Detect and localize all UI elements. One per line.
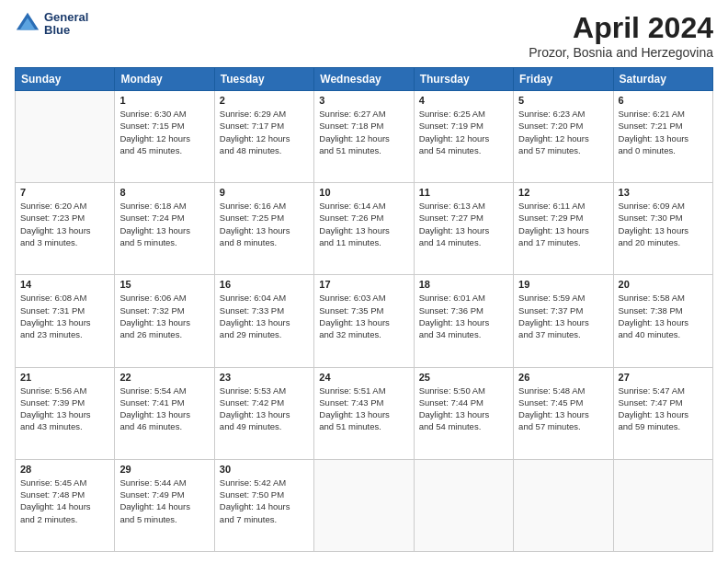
subtitle: Prozor, Bosnia and Herzegovina: [529, 45, 713, 60]
table-row: [514, 459, 613, 551]
day-number: 7: [20, 187, 109, 198]
table-row: 7Sunrise: 6:20 AM Sunset: 7:23 PM Daylig…: [16, 183, 115, 275]
table-row: 9Sunrise: 6:16 AM Sunset: 7:25 PM Daylig…: [214, 183, 313, 275]
day-info: Sunrise: 6:13 AM Sunset: 7:27 PM Dayligh…: [419, 200, 508, 248]
day-info: Sunrise: 6:11 AM Sunset: 7:29 PM Dayligh…: [518, 200, 608, 248]
logo-icon: [15, 11, 40, 37]
col-friday: Friday: [514, 68, 613, 91]
calendar-week-row: 28Sunrise: 5:45 AM Sunset: 7:48 PM Dayli…: [16, 459, 713, 551]
day-info: Sunrise: 5:47 AM Sunset: 7:47 PM Dayligh…: [619, 385, 708, 433]
table-row: 28Sunrise: 5:45 AM Sunset: 7:48 PM Dayli…: [16, 459, 115, 551]
table-row: 10Sunrise: 6:14 AM Sunset: 7:26 PM Dayli…: [314, 183, 414, 275]
day-number: 9: [220, 187, 309, 198]
day-info: Sunrise: 5:51 AM Sunset: 7:43 PM Dayligh…: [319, 385, 408, 433]
table-row: 3Sunrise: 6:27 AM Sunset: 7:18 PM Daylig…: [314, 91, 414, 183]
table-row: 23Sunrise: 5:53 AM Sunset: 7:42 PM Dayli…: [214, 367, 313, 459]
day-info: Sunrise: 6:23 AM Sunset: 7:20 PM Dayligh…: [518, 108, 608, 156]
table-row: 12Sunrise: 6:11 AM Sunset: 7:29 PM Dayli…: [514, 183, 613, 275]
day-number: 26: [518, 372, 608, 383]
day-number: 18: [419, 279, 508, 290]
logo-line2: Blue: [44, 24, 88, 37]
table-row: 18Sunrise: 6:01 AM Sunset: 7:36 PM Dayli…: [414, 275, 513, 367]
day-number: 17: [319, 279, 408, 290]
day-number: 3: [319, 95, 408, 106]
table-row: 26Sunrise: 5:48 AM Sunset: 7:45 PM Dayli…: [514, 367, 613, 459]
day-number: 13: [619, 187, 708, 198]
day-info: Sunrise: 5:44 AM Sunset: 7:49 PM Dayligh…: [119, 477, 209, 525]
table-row: [16, 91, 115, 183]
col-monday: Monday: [115, 68, 214, 91]
day-number: 14: [20, 279, 109, 290]
day-info: Sunrise: 6:01 AM Sunset: 7:36 PM Dayligh…: [419, 292, 508, 340]
day-info: Sunrise: 6:16 AM Sunset: 7:25 PM Dayligh…: [220, 200, 309, 248]
table-row: 22Sunrise: 5:54 AM Sunset: 7:41 PM Dayli…: [115, 367, 214, 459]
col-thursday: Thursday: [414, 68, 513, 91]
day-info: Sunrise: 5:53 AM Sunset: 7:42 PM Dayligh…: [220, 385, 309, 433]
day-info: Sunrise: 6:30 AM Sunset: 7:15 PM Dayligh…: [119, 108, 209, 156]
day-info: Sunrise: 5:45 AM Sunset: 7:48 PM Dayligh…: [20, 477, 109, 525]
logo-text: General Blue: [44, 11, 88, 38]
table-row: 2Sunrise: 6:29 AM Sunset: 7:17 PM Daylig…: [214, 91, 313, 183]
day-number: 19: [518, 279, 608, 290]
day-info: Sunrise: 6:06 AM Sunset: 7:32 PM Dayligh…: [119, 292, 209, 340]
day-number: 20: [619, 279, 708, 290]
table-row: 29Sunrise: 5:44 AM Sunset: 7:49 PM Dayli…: [115, 459, 214, 551]
day-info: Sunrise: 5:59 AM Sunset: 7:37 PM Dayligh…: [518, 292, 608, 340]
calendar-week-row: 14Sunrise: 6:08 AM Sunset: 7:31 PM Dayli…: [16, 275, 713, 367]
page: General Blue April 2024 Prozor, Bosnia a…: [0, 0, 728, 563]
day-info: Sunrise: 6:08 AM Sunset: 7:31 PM Dayligh…: [20, 292, 109, 340]
table-row: 17Sunrise: 6:03 AM Sunset: 7:35 PM Dayli…: [314, 275, 414, 367]
day-info: Sunrise: 6:25 AM Sunset: 7:19 PM Dayligh…: [419, 108, 508, 156]
day-number: 23: [220, 372, 309, 383]
day-info: Sunrise: 6:20 AM Sunset: 7:23 PM Dayligh…: [20, 200, 109, 248]
day-info: Sunrise: 5:54 AM Sunset: 7:41 PM Dayligh…: [119, 385, 209, 433]
main-title: April 2024: [529, 11, 713, 45]
day-number: 25: [419, 372, 508, 383]
day-info: Sunrise: 5:56 AM Sunset: 7:39 PM Dayligh…: [20, 385, 109, 433]
day-number: 30: [220, 464, 309, 475]
day-number: 15: [119, 279, 209, 290]
table-row: 4Sunrise: 6:25 AM Sunset: 7:19 PM Daylig…: [414, 91, 513, 183]
col-saturday: Saturday: [613, 68, 712, 91]
table-row: 13Sunrise: 6:09 AM Sunset: 7:30 PM Dayli…: [613, 183, 712, 275]
day-info: Sunrise: 5:50 AM Sunset: 7:44 PM Dayligh…: [419, 385, 508, 433]
calendar-week-row: 7Sunrise: 6:20 AM Sunset: 7:23 PM Daylig…: [16, 183, 713, 275]
day-info: Sunrise: 6:21 AM Sunset: 7:21 PM Dayligh…: [619, 108, 708, 156]
table-row: 1Sunrise: 6:30 AM Sunset: 7:15 PM Daylig…: [115, 91, 214, 183]
table-row: 25Sunrise: 5:50 AM Sunset: 7:44 PM Dayli…: [414, 367, 513, 459]
day-number: 4: [419, 95, 508, 106]
table-row: [613, 459, 712, 551]
table-row: 8Sunrise: 6:18 AM Sunset: 7:24 PM Daylig…: [115, 183, 214, 275]
day-info: Sunrise: 6:27 AM Sunset: 7:18 PM Dayligh…: [319, 108, 408, 156]
day-number: 21: [20, 372, 109, 383]
table-row: [314, 459, 414, 551]
day-number: 12: [518, 187, 608, 198]
day-number: 29: [119, 464, 209, 475]
table-row: 24Sunrise: 5:51 AM Sunset: 7:43 PM Dayli…: [314, 367, 414, 459]
table-row: 6Sunrise: 6:21 AM Sunset: 7:21 PM Daylig…: [613, 91, 712, 183]
logo: General Blue: [15, 11, 88, 38]
title-area: April 2024 Prozor, Bosnia and Herzegovin…: [529, 11, 713, 60]
day-number: 8: [119, 187, 209, 198]
table-row: 30Sunrise: 5:42 AM Sunset: 7:50 PM Dayli…: [214, 459, 313, 551]
table-row: [414, 459, 513, 551]
day-info: Sunrise: 6:09 AM Sunset: 7:30 PM Dayligh…: [619, 200, 708, 248]
day-info: Sunrise: 6:14 AM Sunset: 7:26 PM Dayligh…: [319, 200, 408, 248]
day-number: 5: [518, 95, 608, 106]
day-info: Sunrise: 5:48 AM Sunset: 7:45 PM Dayligh…: [518, 385, 608, 433]
day-info: Sunrise: 5:42 AM Sunset: 7:50 PM Dayligh…: [220, 477, 309, 525]
calendar-week-row: 1Sunrise: 6:30 AM Sunset: 7:15 PM Daylig…: [16, 91, 713, 183]
table-row: 14Sunrise: 6:08 AM Sunset: 7:31 PM Dayli…: [16, 275, 115, 367]
day-info: Sunrise: 6:18 AM Sunset: 7:24 PM Dayligh…: [119, 200, 209, 248]
table-row: 27Sunrise: 5:47 AM Sunset: 7:47 PM Dayli…: [613, 367, 712, 459]
calendar-table: Sunday Monday Tuesday Wednesday Thursday…: [15, 67, 713, 552]
calendar-week-row: 21Sunrise: 5:56 AM Sunset: 7:39 PM Dayli…: [16, 367, 713, 459]
calendar-header-row: Sunday Monday Tuesday Wednesday Thursday…: [16, 68, 713, 91]
day-info: Sunrise: 6:03 AM Sunset: 7:35 PM Dayligh…: [319, 292, 408, 340]
day-number: 1: [119, 95, 209, 106]
table-row: 21Sunrise: 5:56 AM Sunset: 7:39 PM Dayli…: [16, 367, 115, 459]
day-info: Sunrise: 6:29 AM Sunset: 7:17 PM Dayligh…: [220, 108, 309, 156]
col-sunday: Sunday: [16, 68, 115, 91]
col-wednesday: Wednesday: [314, 68, 414, 91]
day-number: 2: [220, 95, 309, 106]
